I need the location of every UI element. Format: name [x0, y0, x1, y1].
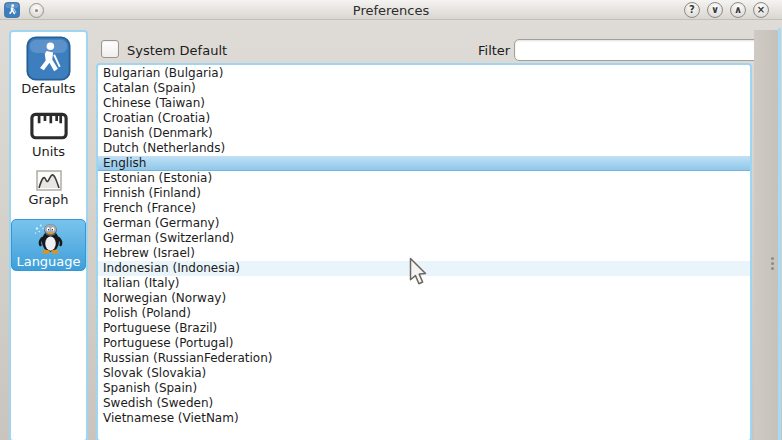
- sidebar-item-defaults[interactable]: Defaults: [11, 35, 86, 97]
- window-right-edge: [778, 28, 781, 440]
- sidebar-item-units[interactable]: Units: [11, 107, 86, 160]
- sidebar-item-label: Defaults: [21, 81, 75, 96]
- sidebar-item-label: Language: [16, 254, 80, 269]
- list-item[interactable]: Portuguese (Portugal): [98, 336, 750, 351]
- list-item[interactable]: Danish (Denmark): [98, 126, 750, 141]
- list-item[interactable]: German (Switzerland): [98, 231, 750, 246]
- hiker-icon: [26, 36, 71, 81]
- list-item[interactable]: German (Germany): [98, 216, 750, 231]
- unshade-button[interactable]: ∧: [730, 2, 746, 18]
- scrollbar[interactable]: [754, 30, 778, 440]
- list-item[interactable]: English: [98, 156, 750, 171]
- window-title: Preferences: [0, 3, 782, 18]
- system-default-checkbox[interactable]: [101, 40, 119, 58]
- sidebar-item-graph[interactable]: Graph: [11, 169, 86, 208]
- list-item[interactable]: Vietnamese (VietNam): [98, 411, 750, 426]
- system-default-label: System Default: [127, 43, 227, 58]
- list-item[interactable]: Russian (RussianFederation): [98, 351, 750, 366]
- help-button[interactable]: ?: [684, 2, 700, 18]
- list-item[interactable]: Italian (Italy): [98, 276, 750, 291]
- sidebar-item-label: Units: [32, 144, 65, 159]
- list-item[interactable]: Finnish (Finland): [98, 186, 750, 201]
- list-item[interactable]: Catalan (Spain): [98, 81, 750, 96]
- shade-button[interactable]: ∨: [707, 2, 723, 18]
- list-item[interactable]: French (France): [98, 201, 750, 216]
- list-item[interactable]: Norwegian (Norway): [98, 291, 750, 306]
- sidebar-item-label: Graph: [29, 192, 69, 207]
- close-button[interactable]: ×: [753, 2, 769, 18]
- language-list[interactable]: Bulgarian (Bulgaria)Catalan (Spain)Chine…: [96, 63, 752, 440]
- list-item[interactable]: Chinese (Taiwan): [98, 96, 750, 111]
- list-item[interactable]: Polish (Poland): [98, 306, 750, 321]
- list-item[interactable]: Indonesian (Indonesia): [98, 261, 750, 276]
- sidebar-item-language[interactable]: Language: [11, 219, 86, 271]
- list-item[interactable]: Swedish (Sweden): [98, 396, 750, 411]
- filter-label: Filter: [478, 43, 510, 58]
- list-item[interactable]: Hebrew (Israel): [98, 246, 750, 261]
- list-item[interactable]: Slovak (Slovakia): [98, 366, 750, 381]
- list-item[interactable]: Spanish (Spain): [98, 381, 750, 396]
- list-item[interactable]: Bulgarian (Bulgaria): [98, 66, 750, 81]
- ruler-icon: [27, 108, 71, 144]
- list-item[interactable]: Croatian (Croatia): [98, 111, 750, 126]
- titlebar[interactable]: Preferences ? ∨ ∧ ×: [0, 0, 782, 20]
- list-item[interactable]: Dutch (Netherlands): [98, 141, 750, 156]
- tux-penguin-icon: [31, 221, 67, 254]
- graph-icon: [36, 170, 62, 192]
- list-item[interactable]: Portuguese (Brazil): [98, 321, 750, 336]
- list-item[interactable]: Estonian (Estonia): [98, 171, 750, 186]
- scrollbar-grip-icon[interactable]: [771, 255, 776, 272]
- sidebar: DefaultsUnitsGraphLanguage: [9, 30, 88, 440]
- filter-input[interactable]: [514, 39, 770, 61]
